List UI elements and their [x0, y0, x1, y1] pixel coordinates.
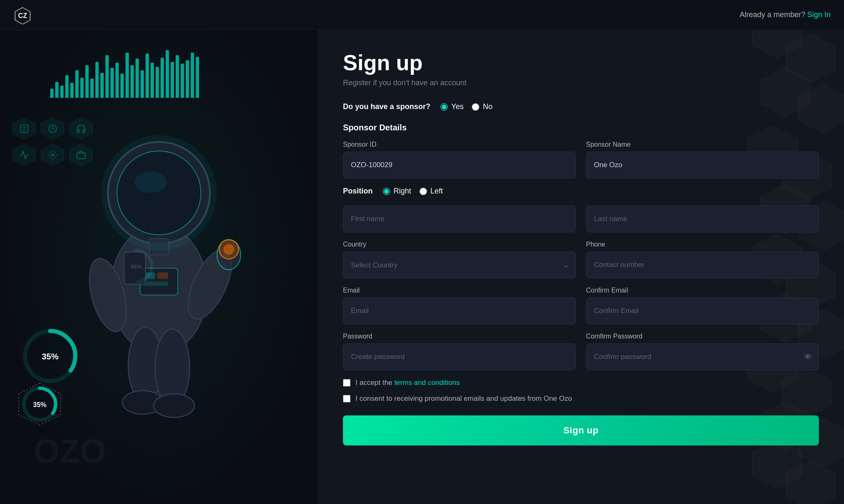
first-name-group — [343, 206, 576, 232]
logo: CZ — [13, 6, 32, 24]
sponsor-id-input[interactable] — [343, 152, 576, 178]
country-select[interactable]: Select CountryUnited StatesUnited Kingdo… — [343, 252, 576, 278]
confirm-email-input[interactable] — [586, 298, 819, 324]
sponsor-id-group: Sponsor ID — [343, 141, 576, 178]
svg-point-24 — [153, 394, 194, 417]
confirm-email-label: Confirm Email — [586, 287, 819, 294]
left-panel: 35% 48% — [0, 0, 318, 504]
sponsor-id-label: Sponsor ID — [343, 141, 576, 148]
password-row: Password Comfirm Password 👁 — [343, 333, 819, 370]
terms-label[interactable]: I accept the terms and conditions — [356, 379, 460, 387]
country-label: Country — [343, 241, 576, 248]
phone-group: Phone — [586, 241, 819, 278]
form-area: Sign up Register if you don't have an ac… — [318, 30, 844, 466]
sponsor-radio-group: Yes No — [440, 102, 492, 111]
password-label: Password — [343, 333, 576, 340]
position-left-radio[interactable] — [419, 188, 427, 195]
position-left-option[interactable]: Left — [419, 187, 443, 196]
confirm-password-group: Comfirm Password 👁 — [586, 333, 819, 370]
last-name-input[interactable] — [586, 206, 819, 232]
terms-text: I accept the — [356, 379, 394, 387]
svg-text:CZ: CZ — [18, 12, 27, 19]
already-member-section: Already a member? Sign In — [739, 10, 831, 19]
phone-label: Phone — [586, 241, 819, 248]
country-group: Country Select CountryUnited StatesUnite… — [343, 241, 576, 278]
name-row — [343, 206, 819, 232]
position-label: Position — [343, 187, 373, 196]
promotional-row: I consent to receiving promotional email… — [343, 395, 819, 403]
confirm-password-wrapper: 👁 — [586, 344, 819, 370]
confirm-email-group: Confirm Email — [586, 287, 819, 324]
position-left-label: Left — [430, 187, 443, 196]
position-right-option[interactable]: Right — [383, 187, 411, 196]
sponsor-question-row: Do you have a sponsor? Yes No — [343, 102, 819, 111]
sponsor-yes-label: Yes — [451, 102, 463, 111]
sponsor-details-row: Sponsor ID Sponsor Name — [343, 141, 819, 178]
promotional-checkbox[interactable] — [343, 395, 350, 402]
svg-point-15 — [135, 171, 167, 193]
position-right-label: Right — [394, 187, 411, 196]
sponsor-name-input[interactable] — [586, 152, 819, 178]
svg-rect-29 — [124, 252, 145, 284]
email-group: Email — [343, 287, 576, 324]
email-label: Email — [343, 287, 576, 294]
sponsor-name-group: Sponsor Name — [586, 141, 819, 178]
terms-link[interactable]: terms and conditions — [394, 379, 460, 387]
sponsor-name-label: Sponsor Name — [586, 141, 819, 148]
email-row: Email Confirm Email — [343, 287, 819, 324]
phone-input[interactable] — [586, 252, 819, 278]
terms-row: I accept the terms and conditions — [343, 379, 819, 387]
page-subtitle: Register if you don't have an account — [343, 79, 819, 87]
sponsor-yes-option[interactable]: Yes — [440, 102, 463, 111]
confirm-password-input[interactable] — [586, 344, 819, 370]
country-select-wrapper: Select CountryUnited StatesUnited Kingdo… — [343, 252, 576, 278]
already-member-text: Already a member? — [739, 10, 805, 19]
page-title: Sign up — [343, 50, 819, 75]
right-panel: Sign up Register if you don't have an ac… — [318, 0, 844, 504]
sign-in-link[interactable]: Sign In — [807, 10, 831, 19]
signup-button[interactable]: Sign up — [343, 415, 819, 445]
logo-icon: CZ — [13, 6, 32, 24]
country-phone-row: Country Select CountryUnited StatesUnite… — [343, 241, 819, 278]
position-radio-group: Right Left — [383, 187, 443, 196]
password-input[interactable] — [343, 344, 576, 370]
sponsor-section-title: Sponsor Details — [343, 123, 819, 132]
sponsor-yes-radio[interactable] — [440, 103, 448, 111]
confirm-password-label: Comfirm Password — [586, 333, 819, 340]
svg-rect-28 — [144, 282, 168, 286]
first-name-input[interactable] — [343, 206, 576, 232]
email-input[interactable] — [343, 298, 576, 324]
password-group: Password — [343, 333, 576, 370]
top-bar: CZ Already a member? Sign In — [0, 0, 844, 30]
sponsor-no-label: No — [483, 102, 492, 111]
eye-icon[interactable]: 👁 — [804, 352, 812, 362]
promotional-label[interactable]: I consent to receiving promotional email… — [356, 395, 572, 403]
last-name-group — [586, 206, 819, 232]
svg-point-14 — [117, 151, 201, 235]
svg-text:35%: 35% — [33, 401, 46, 408]
svg-rect-27 — [157, 272, 168, 279]
position-row: Position Right Left — [343, 187, 819, 196]
sponsor-question-label: Do you have a sponsor? — [343, 102, 430, 111]
circular-chart-bottom-left: 35% — [17, 381, 63, 429]
sponsor-no-radio[interactable] — [472, 103, 479, 111]
svg-point-20 — [223, 244, 234, 255]
sponsor-no-option[interactable]: No — [472, 102, 492, 111]
position-right-radio[interactable] — [383, 188, 390, 195]
terms-checkbox[interactable] — [343, 379, 350, 387]
